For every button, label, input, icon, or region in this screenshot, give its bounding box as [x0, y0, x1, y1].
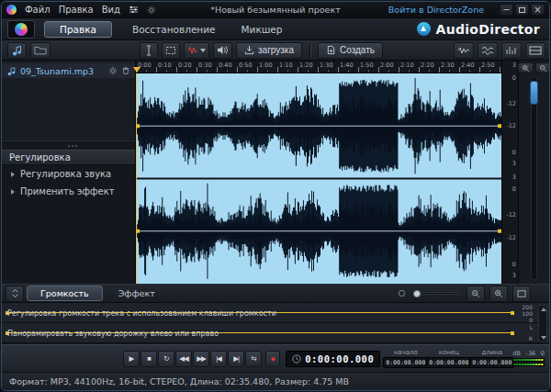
- media-settings-gear-icon[interactable]: [108, 66, 118, 75]
- tab-restore[interactable]: Восстановление: [119, 21, 229, 38]
- db-scale-label: 0: [512, 150, 516, 155]
- vertical-zoom-in-button[interactable]: [518, 62, 534, 73]
- sidebar-item-apply-effect[interactable]: Применить эффект: [2, 183, 135, 200]
- view-waveform-button[interactable]: [454, 42, 474, 59]
- tab-effect[interactable]: Эффект: [106, 286, 168, 300]
- project-title: *Новый безымянный проект: [210, 5, 340, 15]
- range-select-button[interactable]: [162, 42, 180, 59]
- zoom-indicator-icon: [398, 289, 406, 297]
- ruler-label: 0:30: [198, 62, 212, 69]
- menu-edit[interactable]: Правка: [59, 5, 94, 15]
- playhead-line[interactable]: [136, 73, 137, 284]
- scroll-down-icon[interactable]: [541, 336, 546, 340]
- view-split-button[interactable]: [525, 42, 545, 59]
- ab-repeat-button[interactable]: ⇆: [245, 351, 262, 367]
- vertical-scrollbar[interactable]: [531, 76, 537, 280]
- marker-tool-dropdown[interactable]: [184, 42, 209, 59]
- go-to-end-button[interactable]: ▶|: [228, 351, 244, 367]
- window-controls: − ×: [500, 4, 545, 16]
- panel-splitter[interactable]: [2, 141, 135, 150]
- menu-file[interactable]: Файл: [25, 5, 51, 15]
- ruler-label: 0:10: [158, 62, 172, 69]
- zoom-fit-button[interactable]: [512, 286, 531, 302]
- ruler-label: 2:00: [380, 62, 394, 69]
- end-field-value[interactable]: 0:00:00.000: [426, 357, 471, 368]
- vertical-scrollbar-handle[interactable]: [530, 81, 538, 105]
- download-button[interactable]: загрузка: [236, 42, 302, 59]
- lane-scrollbar[interactable]: [538, 305, 547, 342]
- tab-mixer[interactable]: Микшер: [229, 21, 296, 38]
- meter-min-label: -36: [526, 351, 536, 357]
- volume-automation-lane[interactable]: Регулировка громкости трека с использова…: [2, 303, 549, 323]
- view-spectral-button[interactable]: [501, 42, 522, 59]
- lane-scale-label: L: [530, 324, 533, 330]
- ruler-label: 1:30: [320, 62, 333, 69]
- pan-automation-lane[interactable]: Панорамировать звуковую дорожку влево ил…: [2, 323, 549, 343]
- menu-view[interactable]: Вид: [102, 5, 120, 15]
- time-display: 0:00:00.000: [286, 351, 380, 367]
- status-bar: Формат: MP3, 44100Hz, 16-bit, СТЕРЕО, Дл…: [2, 372, 549, 390]
- import-folder-button[interactable]: [30, 42, 51, 59]
- selection-fields: начало0:00:00.000 конец0:00:00.000 длина…: [385, 349, 512, 368]
- preview-volume-button[interactable]: [213, 42, 232, 59]
- meter-bar-right: [512, 363, 545, 366]
- download-label: загрузка: [258, 45, 294, 55]
- ruler-label: 2:30: [441, 62, 455, 69]
- import-audio-button[interactable]: [7, 42, 27, 59]
- start-field-label: начало: [394, 349, 418, 356]
- loop-button[interactable]: ↻: [158, 351, 174, 367]
- main-area: 09_Tsunami.mp3 Регулировка Регулировка з…: [2, 61, 549, 284]
- ruler-label: 0:40: [219, 62, 232, 69]
- scroll-up-icon[interactable]: [541, 308, 546, 311]
- record-button[interactable]: ●: [265, 351, 280, 367]
- collapse-panel-button[interactable]: [6, 286, 24, 302]
- fast-forward-button[interactable]: ▶▶: [193, 351, 209, 367]
- toolbar-separator: [309, 43, 310, 58]
- pan-lane-scale: LR: [518, 324, 534, 342]
- view-dual-waveform-button[interactable]: [478, 42, 498, 59]
- media-item[interactable]: 09_Tsunami.mp3: [2, 63, 135, 78]
- sidebar-item-adjust-volume[interactable]: Регулировка звука: [2, 165, 135, 183]
- mode-tab-bar: Правка Восстановление Микшер AudioDirect…: [2, 18, 549, 40]
- zoom-slider-knob[interactable]: [413, 290, 421, 297]
- waveform-canvas[interactable]: [136, 73, 501, 284]
- start-field-value[interactable]: 0:00:00.000: [383, 357, 428, 368]
- minimize-button[interactable]: −: [500, 4, 513, 16]
- create-button[interactable]: Создать: [318, 42, 383, 59]
- pan-lane-label: Панорамировать звуковую дорожку влево ил…: [7, 330, 219, 338]
- sidebar-item-label: Регулировка звука: [20, 169, 111, 179]
- db-scale-label: -12: [506, 101, 516, 106]
- ruler-label: 2:20: [421, 62, 434, 69]
- maximize-button[interactable]: [515, 4, 529, 16]
- media-delete-trash-icon[interactable]: [121, 66, 130, 75]
- stop-button[interactable]: ■: [141, 351, 157, 367]
- tab-volume[interactable]: Громкость: [27, 286, 103, 301]
- timeline-ruler[interactable]: 0:000:100:200:300:400:501:001:101:201:30…: [136, 61, 501, 73]
- close-button[interactable]: ×: [531, 4, 545, 16]
- directorzone-upload-icon[interactable]: [417, 22, 431, 36]
- adjust-panel-header: Регулировка: [2, 150, 135, 165]
- db-scale-label: 3: [512, 161, 516, 166]
- rewind-button[interactable]: ◀◀: [175, 351, 192, 367]
- sidebar: 09_Tsunami.mp3 Регулировка Регулировка з…: [2, 61, 136, 284]
- view-options-icon[interactable]: [129, 6, 139, 14]
- length-field-value[interactable]: 0:00:00.000: [469, 357, 514, 368]
- zoom-out-button[interactable]: [467, 286, 485, 302]
- play-button[interactable]: ▶: [123, 351, 140, 367]
- db-scale-label: 0: [512, 262, 516, 267]
- length-field-label: длина: [481, 349, 502, 356]
- db-scale-label: 0: [512, 186, 516, 192]
- zoom-in-button[interactable]: [489, 286, 508, 302]
- timeline-zoom-slider[interactable]: [410, 292, 462, 295]
- db-scale-label: 3: [512, 273, 516, 278]
- meter-max-label: 0: [541, 351, 545, 357]
- go-to-start-button[interactable]: |◀: [210, 351, 227, 367]
- vertical-zoom-out-button[interactable]: [535, 62, 551, 73]
- tab-edit[interactable]: Правка: [44, 21, 112, 38]
- volume-lane-label: Регулировка громкости трека с использова…: [7, 309, 276, 318]
- lane-scale-label: 100: [523, 310, 533, 317]
- directorzone-signin-link[interactable]: Войти в DirectorZone: [388, 5, 484, 15]
- settings-gear-icon[interactable]: [147, 6, 156, 15]
- select-tool-button[interactable]: [140, 42, 158, 59]
- db-scale-label: 3: [512, 62, 516, 68]
